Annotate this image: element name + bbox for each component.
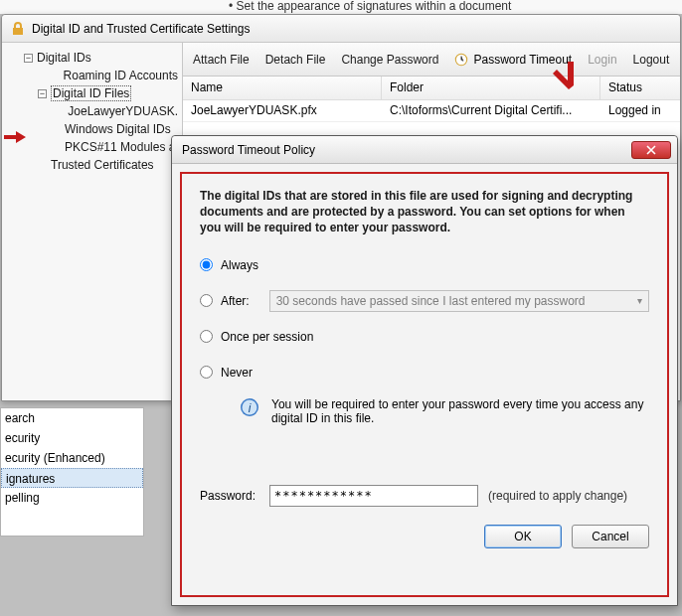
close-icon <box>646 145 656 155</box>
radio-once-label: Once per session <box>221 330 313 344</box>
chevron-down-icon: ▾ <box>637 295 642 306</box>
radio-never-row[interactable]: Never <box>200 362 649 384</box>
radio-never[interactable] <box>200 366 213 379</box>
tree-trusted[interactable]: Trusted Certificates <box>6 156 182 174</box>
cell-status: Logged in <box>600 100 680 121</box>
radio-after-label: After: <box>221 294 250 308</box>
password-timeout-button[interactable]: Password Timeout <box>454 53 572 67</box>
password-label: Password: <box>200 489 269 503</box>
truncated-context: • Set the appearance of signatures withi… <box>0 0 682 14</box>
radio-always-label: Always <box>221 258 258 272</box>
after-dropdown[interactable]: 30 seconds have passed since I last ente… <box>269 290 649 312</box>
red-arrow-indicator-icon <box>4 130 26 144</box>
list-item[interactable]: pelling <box>1 488 143 508</box>
tree-item-pkcs11[interactable]: PKCS#11 Modules a <box>6 138 182 156</box>
tree-pane: −Digital IDs Roaming ID Accounts −Digita… <box>2 43 183 400</box>
radio-once[interactable] <box>200 330 213 343</box>
clock-icon <box>454 53 468 67</box>
table-header: Name Folder Status <box>183 77 680 100</box>
password-timeout-dialog: Password Timeout Policy The digital IDs … <box>171 135 678 606</box>
detach-file-button[interactable]: Detach File <box>265 53 326 67</box>
cancel-button[interactable]: Cancel <box>572 525 649 548</box>
info-icon: i <box>240 397 259 417</box>
col-folder[interactable]: Folder <box>382 77 600 99</box>
change-password-button[interactable]: Change Password <box>341 53 438 67</box>
attach-file-button[interactable]: Attach File <box>193 53 250 67</box>
tree-item-pfx-file[interactable]: JoeLawyerYDUASK. <box>6 102 182 120</box>
dialog-explain: The digital IDs that are stored in this … <box>200 188 649 236</box>
tree-item-digital-id-files[interactable]: −Digital ID Files <box>6 84 182 102</box>
dialog-buttons: OK Cancel <box>200 525 649 548</box>
password-row: Password: (required to apply change) <box>200 485 649 507</box>
logout-button[interactable]: Logout <box>633 53 670 67</box>
collapse-icon[interactable]: − <box>38 89 47 98</box>
password-input[interactable] <box>269 485 478 507</box>
toolbar: Attach File Detach File Change Password … <box>183 43 680 77</box>
radio-after[interactable] <box>200 294 213 307</box>
tree-item-roaming[interactable]: Roaming ID Accounts <box>6 67 182 84</box>
after-dropdown-value: 30 seconds have passed since I last ente… <box>276 294 586 308</box>
info-row: i You will be required to enter your pas… <box>240 397 649 425</box>
info-text: You will be required to enter your passw… <box>271 397 649 425</box>
svg-text:i: i <box>249 401 252 415</box>
col-name[interactable]: Name <box>183 77 382 99</box>
radio-never-label: Never <box>221 366 253 380</box>
radio-once-row[interactable]: Once per session <box>200 326 649 348</box>
tree-item-windows[interactable]: Windows Digital IDs <box>6 120 182 138</box>
lock-icon <box>10 21 26 37</box>
table-row[interactable]: JoeLawyerYDUASK.pfx C:\Itoforms\Current … <box>183 100 680 122</box>
required-text: (required to apply change) <box>488 489 627 503</box>
dialog-titlebar: Password Timeout Policy <box>172 136 677 164</box>
list-item[interactable]: earch <box>1 408 143 428</box>
window-title: Digital ID and Trusted Certificate Setti… <box>32 22 250 36</box>
tree-root[interactable]: −Digital IDs <box>6 49 182 67</box>
list-item[interactable]: ecurity (Enhanced) <box>1 448 143 468</box>
cell-folder: C:\Itoforms\Current Digital Certifi... <box>382 100 600 121</box>
ok-button[interactable]: OK <box>484 525 562 548</box>
col-status[interactable]: Status <box>600 77 680 99</box>
dialog-body: The digital IDs that are stored in this … <box>180 172 669 597</box>
radio-always[interactable] <box>200 258 213 271</box>
collapse-icon[interactable]: − <box>24 54 33 63</box>
window-titlebar: Digital ID and Trusted Certificate Setti… <box>2 15 680 43</box>
cell-name: JoeLawyerYDUASK.pfx <box>183 100 382 121</box>
radio-always-row[interactable]: Always <box>200 254 649 276</box>
login-button: Login <box>588 53 616 67</box>
close-button[interactable] <box>631 141 671 159</box>
password-timeout-label: Password Timeout <box>473 53 572 67</box>
list-item-selected[interactable]: ignatures <box>1 468 143 488</box>
radio-after-row[interactable]: After: 30 seconds have passed since I la… <box>200 290 649 312</box>
list-item[interactable]: ecurity <box>1 428 143 448</box>
dialog-title: Password Timeout Policy <box>182 143 315 157</box>
category-list: earch ecurity ecurity (Enhanced) ignatur… <box>0 407 144 537</box>
